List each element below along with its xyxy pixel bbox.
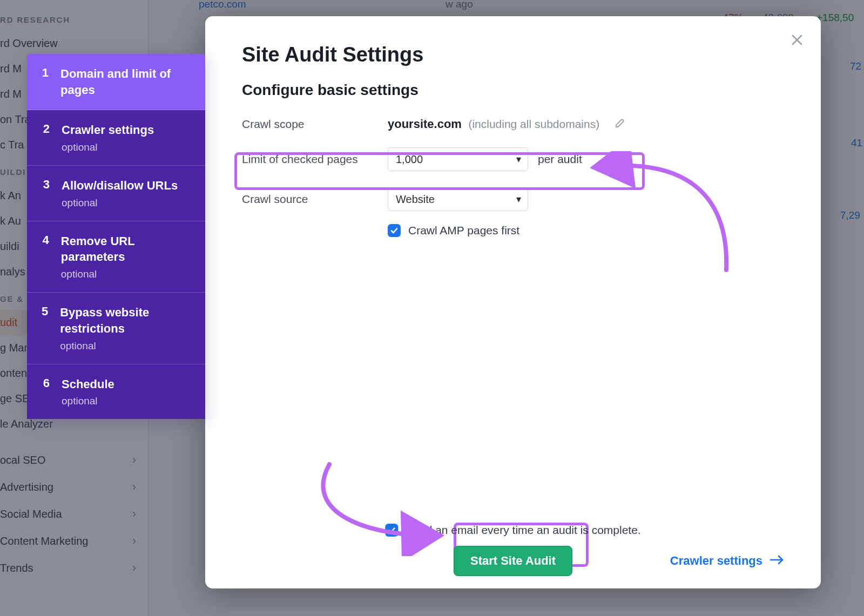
site-audit-settings-modal: Site Audit Settings Configure basic sett… xyxy=(205,16,821,588)
wizard-step-title: Crawler settings xyxy=(62,122,154,138)
close-button[interactable] xyxy=(788,31,806,49)
wizard-step-1[interactable]: 1 Domain and limit of pages xyxy=(27,54,205,110)
wizard-step-title: Bypass website restrictions xyxy=(60,304,192,336)
crawl-source-value: Website xyxy=(396,193,435,206)
row-crawl-source: Crawl source Website ▾ xyxy=(242,187,784,211)
settings-form: Crawl scope yoursite.com (including all … xyxy=(242,117,784,237)
wizard-step-number: 2 xyxy=(40,122,50,153)
wizard-steps-sidebar: 1 Domain and limit of pages 2 Crawler se… xyxy=(27,54,205,419)
limit-pages-value: 1,000 xyxy=(396,153,423,166)
wizard-step-number: 5 xyxy=(40,304,48,351)
crawler-settings-label: Crawler settings xyxy=(670,554,762,568)
check-icon xyxy=(390,226,399,235)
wizard-step-title: Remove URL parameters xyxy=(61,233,192,265)
wizard-step-3[interactable]: 3 Allow/disallow URLs optional xyxy=(27,166,205,221)
modal-footer: Send an email every time an audit is com… xyxy=(205,554,821,568)
limit-pages-suffix: per audit xyxy=(538,153,582,166)
crawl-source-label: Crawl source xyxy=(242,193,388,206)
pencil-icon xyxy=(615,118,625,128)
row-email-checkbox: Send an email every time an audit is com… xyxy=(385,524,640,537)
crawl-scope-label: Crawl scope xyxy=(242,118,388,131)
chevron-down-icon: ▾ xyxy=(516,193,521,205)
wizard-step-optional: optional xyxy=(62,197,178,209)
wizard-step-title: Allow/disallow URLs xyxy=(62,178,178,194)
email-checkbox[interactable] xyxy=(385,524,398,537)
close-icon xyxy=(791,34,803,46)
chevron-down-icon: ▾ xyxy=(516,153,521,165)
wizard-step-6[interactable]: 6 Schedule optional xyxy=(27,364,205,419)
wizard-step-optional: optional xyxy=(62,395,114,407)
check-icon xyxy=(387,526,396,534)
row-crawl-scope: Crawl scope yoursite.com (including all … xyxy=(242,117,784,131)
modal-title: Site Audit Settings xyxy=(242,43,784,66)
edit-scope-button[interactable] xyxy=(615,118,625,131)
crawl-scope-domain: yoursite.com xyxy=(388,117,462,131)
wizard-step-2[interactable]: 2 Crawler settings optional xyxy=(27,110,205,166)
wizard-step-number: 3 xyxy=(40,178,50,209)
email-checkbox-label: Send an email every time an audit is com… xyxy=(406,524,640,537)
wizard-step-5[interactable]: 5 Bypass website restrictions optional xyxy=(27,293,205,364)
wizard-step-number: 6 xyxy=(40,376,50,408)
wizard-step-number: 1 xyxy=(40,66,49,98)
wizard-step-optional: optional xyxy=(62,141,154,153)
wizard-step-optional: optional xyxy=(61,268,192,280)
limit-pages-label: Limit of checked pages xyxy=(242,153,388,166)
wizard-step-optional: optional xyxy=(60,340,192,352)
arrow-right-icon xyxy=(770,554,784,568)
modal-subtitle: Configure basic settings xyxy=(242,82,784,99)
wizard-step-title: Schedule xyxy=(62,376,114,392)
crawler-settings-link[interactable]: Crawler settings xyxy=(670,554,784,568)
row-amp-checkbox: Crawl AMP pages first xyxy=(388,224,784,237)
start-site-audit-button[interactable]: Start Site Audit xyxy=(454,546,572,576)
amp-checkbox-label: Crawl AMP pages first xyxy=(408,224,519,237)
wizard-step-4[interactable]: 4 Remove URL parameters optional xyxy=(27,221,205,293)
wizard-step-number: 4 xyxy=(40,233,49,280)
start-button-label: Start Site Audit xyxy=(470,554,556,568)
crawl-scope-note: (including all subdomains) xyxy=(468,118,599,130)
crawl-source-select[interactable]: Website ▾ xyxy=(388,187,528,211)
wizard-step-title: Domain and limit of pages xyxy=(60,66,192,98)
limit-pages-select[interactable]: 1,000 ▾ xyxy=(388,147,528,171)
amp-checkbox[interactable] xyxy=(388,224,401,237)
row-limit-pages: Limit of checked pages 1,000 ▾ per audit xyxy=(242,147,784,171)
